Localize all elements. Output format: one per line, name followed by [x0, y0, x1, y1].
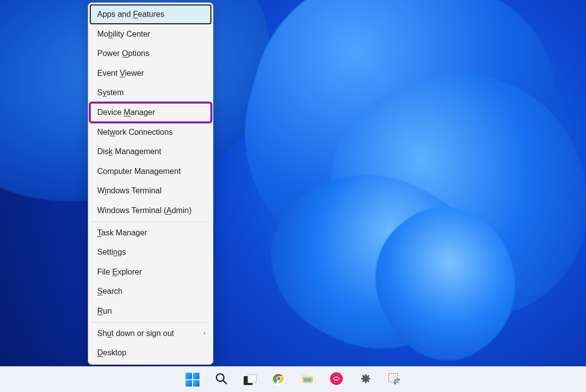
menu-separator: [92, 222, 209, 222]
menu-item-label: Power Options: [97, 49, 149, 57]
chrome-icon: [272, 372, 286, 388]
menu-task-manager[interactable]: Task Manager: [90, 223, 211, 243]
winx-context-menu: Apps and FeaturesMobility CenterPower Op…: [88, 2, 213, 365]
gear-icon: [358, 372, 372, 388]
menu-item-label: Apps and Features: [97, 10, 164, 18]
menu-item-label: Mobility Center: [97, 30, 150, 38]
lips-app-button[interactable]: [326, 370, 346, 390]
task-view-button[interactable]: [240, 370, 260, 390]
menu-item-label: Disk Management: [97, 147, 161, 156]
chevron-right-icon: ›: [203, 329, 205, 338]
folder-icon: [301, 372, 315, 388]
menu-item-label: Task Manager: [97, 228, 147, 237]
menu-file-explorer[interactable]: File Explorer: [90, 262, 211, 282]
menu-mobility-center[interactable]: Mobility Center: [90, 24, 211, 44]
menu-windows-terminal[interactable]: Windows Terminal: [90, 181, 211, 201]
svg-line-1: [223, 380, 227, 384]
menu-item-label: File Explorer: [97, 268, 142, 276]
menu-item-label: Network Connections: [97, 128, 173, 136]
start-icon: [186, 373, 199, 387]
menu-item-label: Windows Terminal: [97, 186, 162, 195]
menu-system[interactable]: System: [90, 83, 211, 103]
svg-rect-5: [304, 378, 311, 381]
taskbar: [0, 366, 586, 392]
settings-button[interactable]: [355, 370, 375, 390]
menu-item-label: Settings: [97, 248, 126, 256]
menu-item-label: Shut down or sign out: [97, 329, 174, 337]
taskview-icon: [244, 374, 257, 385]
svg-point-4: [277, 377, 280, 380]
search-icon: [215, 372, 228, 387]
file-explorer-button[interactable]: [298, 370, 318, 390]
menu-search[interactable]: Search: [90, 281, 211, 301]
menu-device-manager[interactable]: Device Manager: [90, 103, 211, 122]
menu-item-label: Windows Terminal (Admin): [97, 206, 192, 215]
menu-apps-features[interactable]: Apps and Features: [90, 4, 211, 24]
menu-windows-terminal-admin[interactable]: Windows Terminal (Admin): [90, 201, 211, 221]
menu-event-viewer[interactable]: Event Viewer: [90, 63, 211, 83]
menu-item-label: Computer Management: [97, 167, 181, 175]
menu-item-label: Desktop: [97, 348, 127, 357]
menu-item-label: Device Manager: [97, 108, 155, 116]
menu-network-connections[interactable]: Network Connections: [90, 122, 211, 142]
menu-item-label: Search: [97, 287, 123, 295]
svg-point-0: [216, 374, 224, 381]
menu-run[interactable]: Run: [90, 301, 211, 321]
menu-desktop[interactable]: Desktop: [90, 343, 211, 363]
menu-settings[interactable]: Settings: [90, 242, 211, 262]
desktop[interactable]: Apps and FeaturesMobility CenterPower Op…: [0, 0, 586, 392]
menu-power-options[interactable]: Power Options: [90, 44, 211, 63]
menu-computer-management[interactable]: Computer Management: [90, 162, 211, 181]
menu-shutdown[interactable]: Shut down or sign out›: [90, 324, 211, 343]
menu-separator: [92, 322, 209, 323]
menu-item-label: System: [97, 88, 124, 97]
snipping-tool-button[interactable]: [384, 370, 404, 390]
chrome-button[interactable]: [269, 370, 289, 390]
snip-icon: [387, 372, 401, 388]
menu-item-label: Run: [97, 307, 112, 315]
menu-disk-management[interactable]: Disk Management: [90, 142, 211, 162]
search-button[interactable]: [211, 370, 231, 390]
lips-icon: [329, 372, 343, 388]
menu-item-label: Event Viewer: [97, 69, 144, 77]
start-button[interactable]: [183, 370, 202, 390]
